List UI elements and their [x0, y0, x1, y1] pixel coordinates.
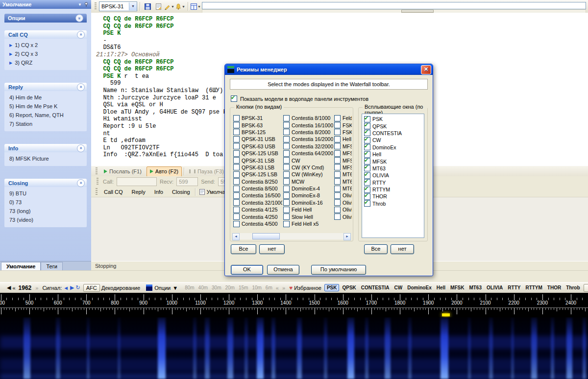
mode-checkbox-row[interactable]: Feld Hell x5 — [283, 220, 333, 227]
cancel-button[interactable]: Отмена — [267, 265, 299, 275]
mode-checkbox-row[interactable]: MT6 — [334, 178, 352, 185]
checkbox-checked[interactable] — [364, 137, 370, 143]
mode-checkbox-row[interactable]: Contestia 16/2000 — [283, 136, 333, 142]
refresh-icon[interactable]: ↻ — [76, 284, 80, 291]
freq-left-button[interactable]: ◀ — [7, 284, 11, 291]
checkbox-unchecked[interactable] — [334, 213, 341, 220]
checkbox-checked[interactable] — [364, 172, 370, 179]
toolbar-grip[interactable] — [95, 2, 97, 10]
macro-item[interactable]: 6) Report, Name, QTH — [4, 111, 87, 119]
checkbox-unchecked[interactable] — [233, 186, 240, 192]
select-none-button[interactable]: нет — [259, 244, 285, 254]
checkbox-checked[interactable] — [364, 187, 370, 193]
scrollbar-thumb[interactable] — [252, 233, 280, 239]
macro-item[interactable]: 73 (video) — [4, 215, 87, 224]
mode-checkbox-row[interactable]: DominoEx-8 — [283, 192, 333, 199]
checkbox-checked[interactable] — [364, 116, 370, 122]
checkbox-unchecked[interactable] — [283, 136, 290, 142]
defaults-button[interactable]: По умолчанию — [311, 265, 366, 275]
mode-checkbox-row[interactable]: Hell — [334, 136, 352, 142]
mode-checkbox-row[interactable]: Feld Hell — [283, 206, 333, 213]
checkbox-unchecked[interactable] — [283, 221, 290, 227]
chevron-double-up-icon[interactable]: » — [77, 31, 85, 39]
mode-checkbox-row[interactable]: Contestia 64/2000 — [283, 150, 333, 157]
scroll-left-icon[interactable]: ◄ — [232, 233, 240, 240]
checkbox-unchecked[interactable] — [334, 171, 341, 178]
band-20m[interactable]: 20m — [224, 285, 236, 290]
scrollbar-track[interactable] — [240, 233, 343, 239]
checkbox-unchecked[interactable] — [334, 122, 341, 128]
mode-checkbox-row[interactable]: Contestia 4/125 — [233, 206, 282, 213]
checkbox-unchecked[interactable] — [283, 171, 290, 178]
mode-checkbox-row[interactable]: QPSK-31 LSB — [233, 157, 282, 164]
checkbox-checked[interactable] — [364, 151, 370, 158]
checkbox-unchecked[interactable] — [283, 157, 290, 164]
h-scrollbar[interactable]: ◄ ► — [232, 233, 351, 239]
band-next-button[interactable]: » — [281, 285, 286, 291]
mute-icon[interactable]: ◄ — [63, 285, 69, 291]
mode-checkbox-row[interactable]: Contestia 8/1000 — [283, 115, 333, 121]
mode-checkbox-row[interactable]: CW (KY Cmd) — [283, 164, 333, 171]
mode-checkbox-row[interactable]: QPSK-63 LSB — [233, 164, 282, 171]
checkbox-unchecked[interactable] — [233, 157, 240, 164]
play-icon[interactable]: ▶ — [70, 284, 74, 291]
macro-item[interactable]: 9) BTU — [4, 189, 87, 198]
mode-checkbox-row[interactable]: MFS — [334, 150, 352, 157]
checkbox-unchecked[interactable] — [283, 199, 290, 206]
band-40m[interactable]: 40m — [197, 285, 209, 290]
wf-mode-mfsk[interactable]: MFSK — [448, 284, 466, 291]
checkbox-unchecked[interactable] — [334, 192, 341, 199]
checkbox-unchecked[interactable] — [283, 164, 290, 170]
checkbox-unchecked[interactable] — [233, 171, 240, 178]
mode-checkbox-row[interactable]: CW — [283, 157, 333, 164]
checkbox-checked[interactable] — [364, 179, 370, 186]
pencil-button[interactable]: ▼ — [164, 1, 174, 11]
checkbox-unchecked[interactable] — [283, 122, 290, 128]
sidebar-group-header[interactable]: Call CQ» — [4, 30, 87, 39]
mode-checkbox-row[interactable]: FSK — [334, 129, 352, 136]
scroll-right-icon[interactable]: ► — [343, 233, 351, 240]
mode-checkbox-row[interactable]: Olivi — [334, 192, 352, 199]
wf-mode-throb[interactable]: Throb — [564, 284, 582, 291]
close-button[interactable]: ✕ — [421, 65, 431, 74]
checkbox-unchecked[interactable] — [233, 115, 240, 121]
sidebar-tab[interactable]: Теги — [41, 262, 62, 270]
popup-modes-listbox[interactable]: PSKQPSKCONTESTIACWDominoExHellMFSKMT63OL… — [362, 114, 424, 238]
wf-mode-psk[interactable]: PSK — [324, 284, 340, 291]
layout-button[interactable]: ▼ — [191, 1, 201, 11]
checkbox-unchecked[interactable] — [283, 186, 290, 192]
mode-checkbox-row[interactable]: Olivi — [334, 199, 352, 206]
macro-item[interactable]: 73 (long) — [4, 207, 87, 215]
freq-rewind-button[interactable]: « — [12, 285, 15, 291]
toolbar-grip[interactable] — [97, 178, 98, 186]
mode-checkbox-row[interactable]: MCW — [283, 178, 333, 185]
checkbox-unchecked[interactable] — [283, 192, 290, 199]
mode-checkbox-row[interactable]: QPSK-63 USB — [233, 143, 282, 150]
pin-icon[interactable] — [84, 2, 89, 7]
mode-checkbox-row[interactable]: Contestia 8/250 — [233, 178, 282, 185]
checkbox-unchecked[interactable] — [334, 178, 341, 185]
send-f1-button[interactable]: Послать (F1) — [101, 167, 145, 176]
select-all-button[interactable]: Все — [231, 244, 256, 254]
popup-mode-row[interactable]: PSK — [364, 116, 422, 122]
checkbox-checked[interactable] — [231, 95, 237, 102]
mode-checkbox-row[interactable]: Contestia 4/250 — [233, 213, 282, 220]
mode-checkbox-row[interactable]: BPSK-63 — [233, 121, 282, 128]
checkbox-unchecked[interactable] — [334, 199, 341, 206]
call-field[interactable] — [117, 177, 157, 186]
favorites-button[interactable]: Избранное — [294, 285, 321, 291]
macro-item[interactable]: 5) Him de Me Pse K — [4, 102, 87, 111]
tab-call-cq[interactable]: Call CQ — [100, 188, 127, 196]
frequency-ruler[interactable]: 4005006007008009001000110012001300140015… — [0, 293, 588, 317]
checkbox-unchecked[interactable] — [233, 136, 240, 142]
sidebar-tab[interactable]: Умолчание — [1, 262, 41, 270]
pause-f3-button[interactable]: Пауза (F3) — [186, 167, 227, 176]
mode-checkbox-row[interactable]: QPSK-125 LSB — [233, 171, 282, 178]
mode-checkbox-row[interactable]: BPSK-31 — [233, 115, 282, 121]
checkbox-unchecked[interactable] — [283, 150, 290, 157]
checkbox-unchecked[interactable] — [334, 186, 341, 192]
mode-checkbox-row[interactable]: MT6 — [334, 185, 352, 192]
mode-checkbox-row[interactable]: Contestia 8/500 — [233, 185, 282, 192]
entry-field[interactable] — [202, 2, 586, 9]
wf-mode-olivia[interactable]: OLIVIA — [485, 284, 505, 291]
